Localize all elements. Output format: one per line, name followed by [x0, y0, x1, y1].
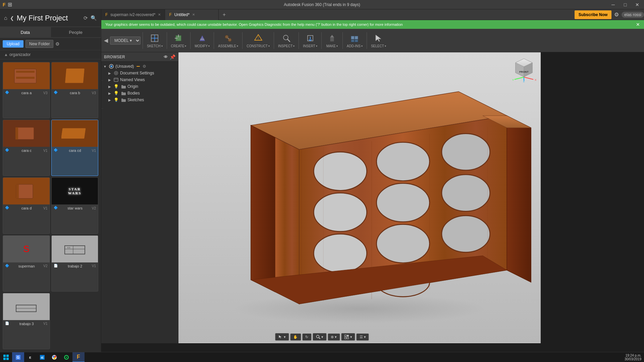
- tab-close-untitled[interactable]: ✕: [192, 13, 195, 16]
- breadcrumb-back-icon[interactable]: ❮: [10, 15, 14, 21]
- tab-label: superman iv2-recovered*: [110, 12, 155, 17]
- home-icon[interactable]: ⌂: [4, 15, 7, 21]
- tree-item-named-views[interactable]: ▶ Named Views: [101, 76, 178, 83]
- list-item[interactable]: 🔷 cara a V3: [3, 62, 50, 118]
- toolbar-sketch[interactable]: SKETCH ▾: [145, 31, 165, 51]
- expand-icon[interactable]: ▶: [107, 91, 112, 96]
- tree-item-doc-settings[interactable]: ▶ Document Settings: [101, 70, 178, 76]
- list-item[interactable]: 📄 trabajo 3 V1: [3, 293, 50, 349]
- taskbar-app-3[interactable]: IE: [36, 352, 48, 362]
- upload-button[interactable]: Upload: [3, 40, 23, 48]
- named-views-icon: [113, 77, 119, 82]
- panel-header: ⌂ ❮ My First Project ⟳ 🔍: [0, 9, 101, 27]
- list-item[interactable]: S 🔷 superman V2: [3, 235, 50, 292]
- tree-item-sketches[interactable]: ▶ 💡 Sketches: [101, 97, 178, 103]
- search-icon[interactable]: 🔍: [91, 15, 97, 21]
- file-type-icon: 🔷: [5, 148, 10, 153]
- maximize-button[interactable]: □: [620, 0, 631, 9]
- svg-text:FRONT: FRONT: [519, 70, 529, 73]
- toolbar-divider: [242, 32, 243, 49]
- expand-icon[interactable]: ▶: [107, 77, 112, 82]
- toolbar-create[interactable]: CREATE ▾: [169, 31, 189, 51]
- user-settings-icon[interactable]: ⚙: [614, 11, 619, 18]
- toolbar-select[interactable]: SELECT ▾: [369, 31, 388, 51]
- display-mode-control[interactable]: ▾: [341, 333, 355, 341]
- list-item[interactable]: 🔷 cara d V1: [3, 177, 50, 234]
- list-item[interactable]: STARWARS 🔷 star wars V2: [51, 177, 99, 234]
- axis-gizmo[interactable]: FRONT Z X Y: [511, 55, 537, 82]
- expand-icon[interactable]: ▼: [103, 64, 107, 69]
- tree-item-root[interactable]: ▼ (Unsaved) ⚙: [101, 63, 178, 70]
- toolbar-add-ins[interactable]: ADD-INS ▾: [345, 31, 365, 51]
- tree-item-bodies[interactable]: ▶ 💡 Bodies: [101, 90, 178, 97]
- tree-label-origin: Origin: [127, 84, 138, 89]
- file-name: trabajo 3: [19, 322, 34, 326]
- taskbar-app-2[interactable]: E: [24, 352, 36, 362]
- toolbar-assemble[interactable]: ASSEMBLE ▾: [216, 31, 240, 51]
- user-avatar[interactable]: elas rossi: [622, 12, 644, 18]
- expand-icon[interactable]: ▶: [107, 98, 112, 102]
- svg-point-44: [115, 72, 117, 74]
- 3d-model-view: [178, 52, 541, 343]
- toolbar-inspect[interactable]: INSPECT ▾: [276, 31, 297, 51]
- svg-point-61: [314, 234, 367, 273]
- banner-text: Your graphics driver seems to be outdate…: [105, 22, 403, 26]
- expand-icon[interactable]: ▶: [107, 71, 112, 75]
- toolbar-divider: [190, 32, 191, 49]
- svg-point-107: [66, 357, 67, 358]
- list-item[interactable]: 🔷 cara cd V1: [51, 120, 99, 176]
- expand-icon[interactable]: ▶: [107, 84, 112, 89]
- minimize-button[interactable]: ─: [608, 0, 619, 9]
- zoom-control[interactable]: ▾: [313, 333, 326, 341]
- tab-people[interactable]: People: [51, 27, 101, 38]
- main-viewport[interactable]: [178, 52, 541, 343]
- tab-untitled[interactable]: F Untitled* ✕: [165, 9, 219, 20]
- taskbar-fusion-icon[interactable]: F: [72, 352, 85, 362]
- close-button[interactable]: ✕: [632, 0, 643, 9]
- subscribe-now-button[interactable]: Subscribe Now: [575, 10, 612, 19]
- modify-icon: [197, 33, 208, 44]
- toolbar-modify[interactable]: MODIFY ▾: [193, 31, 212, 51]
- list-item[interactable]: 0.5 📄 trabajo 2 V1: [51, 235, 99, 292]
- grid-menu-icon[interactable]: ⊞: [8, 1, 12, 8]
- svg-point-59: [376, 183, 429, 222]
- banner-close-icon[interactable]: ✕: [636, 22, 640, 27]
- refresh-icon[interactable]: ⟳: [84, 15, 88, 21]
- file-version: V1: [92, 149, 96, 153]
- taskbar-app-4[interactable]: [48, 352, 60, 362]
- start-icon[interactable]: [0, 352, 12, 362]
- svg-point-60: [442, 175, 490, 211]
- tree-item-origin[interactable]: ▶ 💡 Origin: [101, 83, 178, 90]
- new-tab-button[interactable]: +: [219, 9, 229, 20]
- svg-point-42: [110, 65, 112, 67]
- toolbar-insert[interactable]: INSERT ▾: [301, 31, 319, 51]
- panel-settings-icon[interactable]: ⚙: [55, 41, 60, 47]
- select-label: SELECT ▾: [371, 44, 386, 48]
- browser-tree: ▼ (Unsaved) ⚙ ▶ Document Settings ▶ Name…: [101, 62, 178, 343]
- taskbar-app-1[interactable]: G: [12, 352, 24, 362]
- root-settings-icon[interactable]: ⚙: [143, 64, 146, 69]
- taskbar-app-5[interactable]: [60, 352, 72, 362]
- list-item[interactable]: 🔷 cara c V1: [3, 120, 50, 176]
- new-folder-button[interactable]: New Folder: [25, 40, 53, 48]
- tab-superman[interactable]: F superman iv2-recovered* ✕: [101, 9, 165, 20]
- root-icon: [109, 64, 114, 69]
- browser-collapse-icon[interactable]: ◀: [104, 37, 108, 44]
- grid-snap-control[interactable]: ⊕ ▾: [328, 334, 340, 341]
- browser-eye-icon[interactable]: 👁: [164, 55, 168, 59]
- orbit-control[interactable]: ↻: [302, 334, 311, 341]
- panel-tabs: Data People: [0, 27, 101, 38]
- inspect-icon: [281, 33, 292, 44]
- tree-label-bodies: Bodies: [127, 91, 140, 96]
- browser-pin-icon[interactable]: 📌: [170, 54, 175, 60]
- tab-data[interactable]: Data: [0, 27, 51, 38]
- cursor-control[interactable]: ▾: [275, 333, 289, 341]
- tab-close-superman[interactable]: ✕: [158, 13, 161, 16]
- pan-control[interactable]: ✋: [290, 334, 301, 341]
- toolbar-construct[interactable]: CONSTRUCT ▾: [245, 31, 272, 51]
- more-controls[interactable]: ☰ ▾: [357, 334, 369, 341]
- toolbar-make[interactable]: MAKE ▾: [324, 31, 340, 51]
- model-selector[interactable]: MODEL ▾: [110, 37, 141, 45]
- list-item[interactable]: 🔷 cara b V3: [51, 62, 99, 118]
- file-version: V1: [43, 322, 47, 325]
